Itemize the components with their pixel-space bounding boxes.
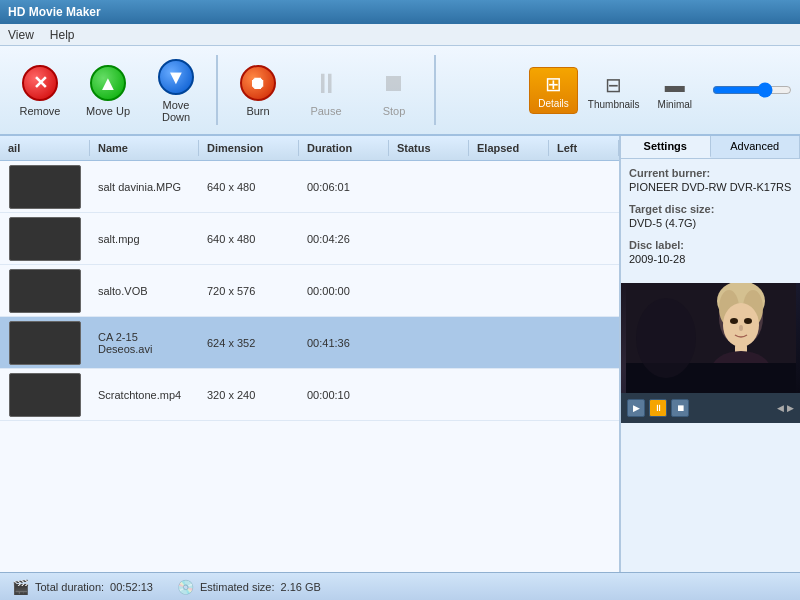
zoom-slider[interactable] (712, 82, 792, 98)
thumb-cell (0, 265, 90, 317)
burner-label: Current burner: (629, 167, 792, 179)
file-status (389, 183, 469, 191)
video-stop-button[interactable]: ⏹ (671, 399, 689, 417)
video-preview (621, 283, 800, 393)
thumb-cell (0, 213, 90, 265)
thumbnails-label: Thumbnails (588, 99, 640, 110)
thumb-cell (0, 161, 90, 213)
file-left (549, 183, 619, 191)
burner-field: Current burner: PIONEER DVD-RW DVR-K17RS (629, 167, 792, 193)
col-duration: Duration (299, 140, 389, 156)
total-duration-label: Total duration: (35, 581, 104, 593)
estimated-size-value: 2.16 GB (281, 581, 321, 593)
pause-icon: ⏸ (306, 63, 346, 103)
move-down-button[interactable]: ▼ Move Down (144, 50, 208, 130)
table-header: ail Name Dimension Duration Status Elaps… (0, 136, 619, 161)
thumb-cell (0, 317, 90, 369)
file-duration: 00:00:10 (299, 385, 389, 405)
thumbnails-view-button[interactable]: ⊟ Thumbnails (580, 69, 648, 114)
svg-point-6 (730, 318, 738, 324)
move-up-button[interactable]: ▲ Move Up (76, 50, 140, 130)
pause-button[interactable]: ⏸ Pause (294, 50, 358, 130)
table-row[interactable]: salt.mpg 640 x 480 00:04:26 (0, 213, 619, 265)
file-dimension: 640 x 480 (199, 229, 299, 249)
disc-size-value: DVD-5 (4.7G) (629, 217, 792, 229)
toolbar-separator-1 (216, 55, 218, 125)
remove-button[interactable]: ✕ Remove (8, 50, 72, 130)
file-duration: 00:41:36 (299, 333, 389, 353)
minimal-icon: ▬ (665, 74, 685, 97)
file-name: CA 2-15 Deseos.avi (90, 327, 199, 359)
video-controls: ▶ ⏸ ⏹ ◀ ▶ (621, 393, 800, 423)
svg-point-8 (739, 325, 743, 331)
menu-help[interactable]: Help (50, 28, 75, 42)
file-dimension: 624 x 352 (199, 333, 299, 353)
table-body: salt davinia.MPG 640 x 480 00:06:01 salt… (0, 161, 619, 572)
file-elapsed (469, 235, 549, 243)
remove-label: Remove (20, 105, 61, 117)
move-down-icon: ▼ (156, 57, 196, 97)
disc-label-field: Disc label: 2009-10-28 (629, 239, 792, 265)
stop-icon: ⏹ (374, 63, 414, 103)
pause-label: Pause (310, 105, 341, 117)
zoom-slider-area (712, 82, 792, 98)
vol-down-icon[interactable]: ◀ (777, 403, 784, 413)
main-area: ail Name Dimension Duration Status Elaps… (0, 136, 800, 572)
table-row[interactable]: salto.VOB 720 x 576 00:00:00 (0, 265, 619, 317)
video-play-button[interactable]: ▶ (627, 399, 645, 417)
move-up-icon: ▲ (88, 63, 128, 103)
duration-icon: 🎬 (12, 579, 29, 595)
file-name: Scratchtone.mp4 (90, 385, 199, 405)
col-left: Left (549, 140, 619, 156)
view-group: ⊞ Details ⊟ Thumbnails ▬ Minimal (529, 67, 700, 114)
file-left (549, 391, 619, 399)
burn-label: Burn (246, 105, 269, 117)
file-name: salt.mpg (90, 229, 199, 249)
disc-label-value: 2009-10-28 (629, 253, 792, 265)
burn-button[interactable]: ⏺ Burn (226, 50, 290, 130)
file-thumbnail (9, 217, 81, 261)
thumb-cell (0, 369, 90, 421)
col-name: Name (90, 140, 199, 156)
panel-tabs: Settings Advanced (621, 136, 800, 159)
burn-icon: ⏺ (238, 63, 278, 103)
file-status (389, 235, 469, 243)
table-row[interactable]: salt davinia.MPG 640 x 480 00:06:01 (0, 161, 619, 213)
file-thumbnail (9, 321, 81, 365)
details-view-button[interactable]: ⊞ Details (529, 67, 578, 114)
file-dimension: 320 x 240 (199, 385, 299, 405)
tab-advanced[interactable]: Advanced (711, 136, 801, 158)
disc-size-field: Target disc size: DVD-5 (4.7G) (629, 203, 792, 229)
file-duration: 00:04:26 (299, 229, 389, 249)
remove-icon: ✕ (20, 63, 60, 103)
file-elapsed (469, 391, 549, 399)
file-dimension: 720 x 576 (199, 281, 299, 301)
table-row[interactable]: Scratchtone.mp4 320 x 240 00:00:10 (0, 369, 619, 421)
status-bar: 🎬 Total duration: 00:52:13 💿 Estimated s… (0, 572, 800, 600)
tab-settings[interactable]: Settings (621, 136, 711, 158)
minimal-view-button[interactable]: ▬ Minimal (650, 70, 700, 114)
file-elapsed (469, 339, 549, 347)
file-duration: 00:00:00 (299, 281, 389, 301)
vol-up-icon[interactable]: ▶ (787, 403, 794, 413)
table-row[interactable]: CA 2-15 Deseos.avi 624 x 352 00:41:36 (0, 317, 619, 369)
file-list-area: ail Name Dimension Duration Status Elaps… (0, 136, 620, 572)
disc-icon: 💿 (177, 579, 194, 595)
view-buttons: ⊞ Details ⊟ Thumbnails ▬ Minimal (529, 67, 700, 114)
estimated-size-label: Estimated size: (200, 581, 275, 593)
total-duration-value: 00:52:13 (110, 581, 153, 593)
stop-button[interactable]: ⏹ Stop (362, 50, 426, 130)
file-status (389, 339, 469, 347)
menu-bar: View Help (0, 24, 800, 46)
svg-point-7 (744, 318, 752, 324)
video-pause-button[interactable]: ⏸ (649, 399, 667, 417)
file-dimension: 640 x 480 (199, 177, 299, 197)
title-bar: HD Movie Maker (0, 0, 800, 24)
file-duration: 00:06:01 (299, 177, 389, 197)
file-elapsed (469, 183, 549, 191)
details-label: Details (538, 98, 569, 109)
col-thumb: ail (0, 140, 90, 156)
total-duration-item: 🎬 Total duration: 00:52:13 (12, 579, 153, 595)
menu-view[interactable]: View (8, 28, 34, 42)
file-left (549, 339, 619, 347)
